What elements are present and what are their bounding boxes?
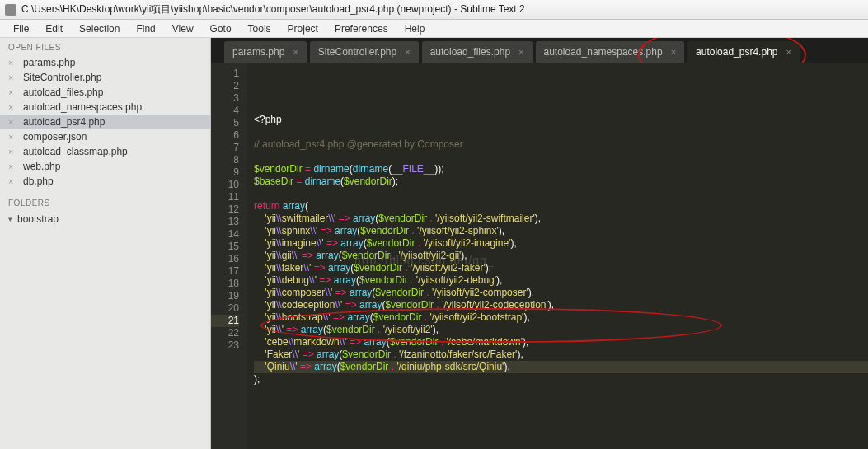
menu-item-goto[interactable]: Goto <box>202 20 240 38</box>
close-icon[interactable]: × <box>8 161 18 171</box>
close-icon[interactable]: × <box>671 47 676 57</box>
app-icon <box>5 4 16 16</box>
editor-tab[interactable]: autoload_files.php× <box>422 41 533 63</box>
menu-item-selection[interactable]: Selection <box>71 20 128 38</box>
code-content[interactable]: <?php// autoload_psr4.php @generated by … <box>247 63 868 449</box>
tab-label: SiteController.php <box>318 46 396 58</box>
close-icon[interactable]: × <box>8 58 18 68</box>
menu-bar: FileEditSelectionFindViewGotoToolsProjec… <box>0 20 868 38</box>
tab-label: autoload_files.php <box>430 46 510 58</box>
close-icon[interactable]: × <box>8 102 18 112</box>
open-file-label: autoload_classmap.php <box>23 146 128 157</box>
open-file-label: autoload_psr4.php <box>23 116 105 128</box>
close-icon[interactable]: × <box>293 47 298 57</box>
menu-item-file[interactable]: File <box>5 20 37 38</box>
close-icon[interactable]: × <box>518 47 523 57</box>
open-file-label: web.php <box>23 161 60 172</box>
editor-tab[interactable]: autoload_psr4.php× <box>687 41 800 63</box>
open-file-item[interactable]: ×autoload_namespaces.php <box>0 100 210 115</box>
open-file-item[interactable]: ×web.php <box>0 159 210 174</box>
menu-item-project[interactable]: Project <box>279 20 326 38</box>
open-file-item[interactable]: ×composer.json <box>0 129 210 144</box>
chevron-down-icon: ▾ <box>8 215 12 223</box>
tab-label: autoload_namespaces.php <box>544 46 663 58</box>
window-title: C:\Users\HK\Desktop\work\yii项目\yiishop\b… <box>21 2 525 16</box>
open-file-item[interactable]: ×SiteController.php <box>0 70 210 85</box>
sidebar: OPEN FILES ×params.php×SiteController.ph… <box>0 38 211 449</box>
open-file-item[interactable]: ×db.php <box>0 174 210 189</box>
open-file-item[interactable]: ×autoload_classmap.php <box>0 144 210 159</box>
close-icon[interactable]: × <box>8 147 18 157</box>
open-file-label: params.php <box>23 57 75 68</box>
open-file-item[interactable]: ×autoload_psr4.php <box>0 115 210 129</box>
folder-item[interactable]: ▾bootstrap <box>0 211 210 227</box>
menu-item-view[interactable]: View <box>164 20 202 38</box>
open-file-label: autoload_files.php <box>23 87 103 98</box>
editor-tab[interactable]: params.php× <box>224 41 307 63</box>
open-file-label: SiteController.php <box>23 72 101 83</box>
open-file-label: db.php <box>23 175 54 187</box>
menu-item-preferences[interactable]: Preferences <box>326 20 396 38</box>
editor-tab[interactable]: SiteController.php× <box>310 41 419 63</box>
editor-tab[interactable]: autoload_namespaces.php× <box>536 41 685 63</box>
open-file-item[interactable]: ×params.php <box>0 55 210 70</box>
close-icon[interactable]: × <box>8 117 18 127</box>
open-file-item[interactable]: ×autoload_files.php <box>0 85 210 100</box>
menu-item-tools[interactable]: Tools <box>240 20 279 38</box>
code-area[interactable]: 1234567891011121314151617181920212223 <?… <box>211 63 868 449</box>
close-icon[interactable]: × <box>8 72 18 82</box>
tab-label: autoload_psr4.php <box>696 46 777 58</box>
window-titlebar: C:\Users\HK\Desktop\work\yii项目\yiishop\b… <box>0 0 868 20</box>
open-file-label: composer.json <box>23 131 87 143</box>
close-icon[interactable]: × <box>8 87 18 97</box>
line-number-gutter: 1234567891011121314151617181920212223 <box>211 63 247 449</box>
menu-item-help[interactable]: Help <box>396 20 434 38</box>
open-files-list: ×params.php×SiteController.php×autoload_… <box>0 55 210 189</box>
menu-item-edit[interactable]: Edit <box>37 20 71 38</box>
tab-label: params.php <box>232 46 284 58</box>
close-icon[interactable]: × <box>405 47 410 57</box>
folders-list: ▾bootstrap <box>0 211 210 227</box>
folders-header: FOLDERS <box>0 194 210 211</box>
open-file-label: autoload_namespaces.php <box>23 101 142 113</box>
open-files-header: OPEN FILES <box>0 38 210 55</box>
tab-bar: params.php×SiteController.php×autoload_f… <box>211 38 868 63</box>
close-icon[interactable]: × <box>8 176 18 186</box>
folder-label: bootstrap <box>17 213 59 225</box>
close-icon[interactable]: × <box>8 132 18 142</box>
menu-item-find[interactable]: Find <box>128 20 163 38</box>
close-icon[interactable]: × <box>786 47 791 57</box>
